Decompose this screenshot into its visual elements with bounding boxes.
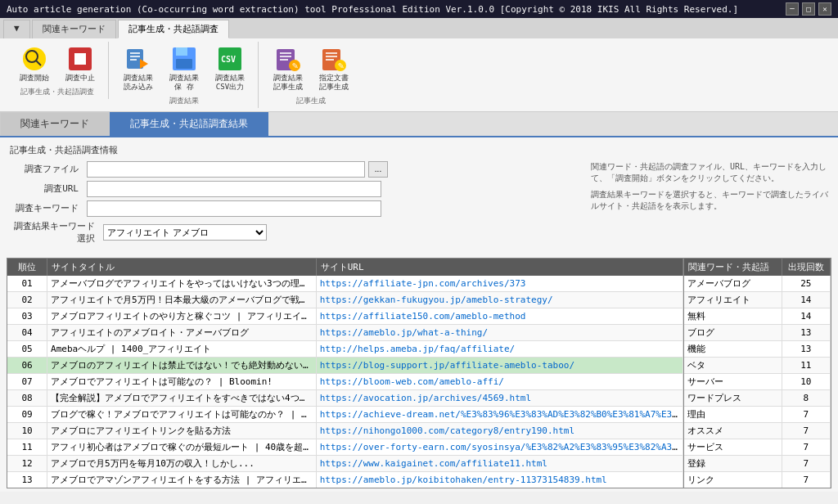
- side-table-row[interactable]: ワードプレス8: [684, 389, 831, 406]
- count-cell: 7: [782, 471, 831, 488]
- url-link[interactable]: https://ameblo.jp/what-a-thing/: [320, 327, 488, 338]
- side-table-row[interactable]: サービス7: [684, 439, 831, 455]
- col-count: 出現回数: [782, 259, 831, 276]
- url-cell[interactable]: https://www.kaigainet.com/affiliate11.ht…: [316, 455, 683, 471]
- survey-stop-button[interactable]: 調査中止: [59, 43, 101, 85]
- close-button[interactable]: ✕: [818, 2, 831, 16]
- url-cell[interactable]: https://ameblo.jp/koibitohaken/entry-113…: [316, 471, 683, 488]
- table-row[interactable]: 12アメブロで月5万円を毎月10万の収入！しかし...https://www.k…: [7, 455, 683, 471]
- ribbon-tabs: ▼ 関連キーワード 記事生成・共起語調査: [0, 18, 838, 38]
- url-cell[interactable]: https://avocation.jp/archives/4569.html: [316, 389, 683, 406]
- url-cell[interactable]: https://affiliate-jpn.com/archives/373: [316, 276, 683, 292]
- url-cell[interactable]: https://over-forty-earn.com/syosinsya/%E…: [316, 439, 683, 455]
- side-table-row[interactable]: 無料14: [684, 308, 831, 324]
- side-table-row[interactable]: リンク7: [684, 471, 831, 488]
- url-cell[interactable]: https://achieve-dream.net/%E3%83%96%E3%8…: [316, 406, 683, 422]
- url-link[interactable]: https://over-forty-earn.com/syosinsya/%E…: [320, 442, 683, 452]
- url-cell[interactable]: https://gekkan-fukugyou.jp/ameblo-strate…: [316, 291, 683, 308]
- svg-text:✎: ✎: [292, 60, 298, 71]
- side-table-row[interactable]: サーバー10: [684, 373, 831, 389]
- side-table-row[interactable]: アフィリエイト14: [684, 291, 831, 308]
- ribbon-tab-article[interactable]: 記事生成・共起語調査: [118, 20, 229, 38]
- side-table-row[interactable]: アメーバブログ25: [684, 276, 831, 292]
- keyword-select[interactable]: アフィリエイト アメブロ: [103, 224, 267, 241]
- table-row[interactable]: 08【完全解説】アメブロでアフィリエイトをすべきではない4つの理由 ...htt…: [7, 389, 683, 406]
- url-link[interactable]: https://bloom-web.com/ameblo-affi/: [320, 376, 504, 387]
- table-row[interactable]: 01アメーバブログでアフィリエイトをやってはいけない3つの理由 | アフィリエイ…: [7, 276, 683, 292]
- url-link[interactable]: https://gekkan-fukugyou.jp/ameblo-strate…: [320, 295, 553, 305]
- rank-cell: 09: [7, 406, 47, 422]
- url-cell[interactable]: https://ameblo.jp/what-a-thing/: [316, 324, 683, 340]
- url-link[interactable]: https://achieve-dream.net/%E3%83%96%E3%8…: [320, 409, 683, 420]
- table-row[interactable]: 09ブログで稼ぐ！アメブロでアフィリエイトは可能なのか？ | ブログで稼ぐ ..…: [7, 406, 683, 422]
- table-row[interactable]: 13アメブロでアマゾンアフィリエイトをする方法 | アフィリエイトは難しい！やめ…: [7, 471, 683, 488]
- url-cell[interactable]: https://bloom-web.com/ameblo-affi/: [316, 373, 683, 389]
- doc-gen-button[interactable]: ✎ 指定文書記事生成: [313, 43, 355, 94]
- tab-article-results[interactable]: 記事生成・共起語調査結果: [110, 112, 268, 136]
- survey-start-button[interactable]: 調査開始: [13, 43, 56, 85]
- col-title: サイトタイトル: [47, 259, 317, 276]
- col-url: サイトURL: [316, 259, 683, 276]
- ribbon-tab-dropdown[interactable]: ▼: [3, 20, 30, 38]
- table-row[interactable]: 06アメブロのアフィリエイトは禁止ではない！でも絶対動めない4つの理由https…: [7, 357, 683, 373]
- count-cell: 7: [782, 422, 831, 439]
- table-row[interactable]: 07アメブロでアフィリエイトは可能なの？ | Bloomin!https://b…: [7, 373, 683, 389]
- result-csv-icon: CSV: [217, 46, 243, 72]
- table-row[interactable]: 05Amebaヘルプ | 1400_アフィリエイトhttp://helps.am…: [7, 340, 683, 357]
- browse-button[interactable]: ...: [368, 161, 388, 178]
- survey-file-input[interactable]: [87, 161, 365, 178]
- url-link[interactable]: https://avocation.jp/archives/4569.html: [320, 393, 531, 403]
- result-csv-button[interactable]: CSV 調査結果CSV出力: [209, 43, 251, 94]
- rank-cell: 08: [7, 389, 47, 406]
- form-area: 記事生成・共起語調査情報 調査ファイル ... 調査URL 調査キーワード 調査…: [0, 137, 838, 254]
- rank-cell: 12: [7, 455, 47, 471]
- url-link[interactable]: http://helps.ameba.jp/faq/affiliate/: [320, 344, 515, 354]
- article-gen-button[interactable]: ✎ 調査結果記事生成: [267, 43, 309, 94]
- svg-rect-6: [130, 52, 140, 54]
- url-link[interactable]: https://nihongo1000.com/category8/entry1…: [320, 425, 574, 436]
- table-row[interactable]: 04アフィリエイトのアメブロイト・アメーバブログhttps://ameblo.j…: [7, 324, 683, 340]
- rank-cell: 02: [7, 291, 47, 308]
- url-link[interactable]: https://affiliate150.com/ameblo-method: [320, 311, 526, 322]
- title-cell: アメブロのアフィリエイトは禁止ではない！でも絶対動めない4つの理由: [47, 357, 317, 373]
- maximize-button[interactable]: □: [802, 2, 815, 16]
- table-row[interactable]: 02アフィリエイトで月5万円！日本最大級のアメーバブログで戦略的に稼ぐhttps…: [7, 291, 683, 308]
- article-buttons: ✎ 調査結果記事生成 ✎: [267, 43, 355, 94]
- url-link[interactable]: https://blog-support.jp/affiliate-ameblo…: [320, 360, 574, 371]
- results-buttons: 調査結果読み込み 調査結果保 存: [117, 43, 251, 94]
- hint-area: 関連ワード・共起語の調査ファイル、URL、キーワードを入力して、「調査開始」ボタ…: [583, 161, 828, 248]
- keyword-cell: 無料: [684, 308, 782, 324]
- table-row[interactable]: 03アメブロアフィリエイトのやり方と稼ぐコツ | アフィリエイトで稼ぐ方法を全部…: [7, 308, 683, 324]
- count-cell: 14: [782, 308, 831, 324]
- survey-keyword-label: 調査キーワード: [10, 202, 83, 214]
- tab-keywords[interactable]: 関連キーワード: [0, 112, 110, 136]
- side-table-row[interactable]: 登録7: [684, 455, 831, 471]
- result-read-button[interactable]: 調査結果読み込み: [117, 43, 160, 94]
- side-table-row[interactable]: 機能13: [684, 340, 831, 357]
- side-table-row[interactable]: ブログ13: [684, 324, 831, 340]
- rank-cell: 03: [7, 308, 47, 324]
- rank-cell: 06: [7, 357, 47, 373]
- side-table-row[interactable]: ベタ11: [684, 357, 831, 373]
- result-save-button[interactable]: 調査結果保 存: [163, 43, 205, 94]
- side-table-row[interactable]: 理由7: [684, 406, 831, 422]
- svg-rect-17: [280, 56, 291, 57]
- keyword-cell: アメーバブログ: [684, 276, 782, 292]
- side-table-row[interactable]: オススメ7: [684, 422, 831, 439]
- survey-url-input[interactable]: [87, 181, 381, 197]
- survey-keyword-input[interactable]: [87, 200, 381, 217]
- ribbon-tab-keywords[interactable]: 関連キーワード: [32, 20, 116, 38]
- minimize-button[interactable]: ─: [786, 2, 799, 16]
- main-tabs: 関連キーワード 記事生成・共起語調査結果: [0, 112, 838, 137]
- url-link[interactable]: https://affiliate-jpn.com/archives/373: [320, 278, 526, 289]
- url-cell[interactable]: https://affiliate150.com/ameblo-method: [316, 308, 683, 324]
- rank-cell: 01: [7, 276, 47, 292]
- count-cell: 7: [782, 439, 831, 455]
- table-row[interactable]: 11アフィリ初心者はアメブロで稼ぐのが最短ルート | 40歳を超えても副業で .…: [7, 439, 683, 455]
- table-row[interactable]: 10アメブロにアフィリエイトリンクを貼る方法https://nihongo100…: [7, 422, 683, 439]
- url-cell[interactable]: https://nihongo1000.com/category8/entry1…: [316, 422, 683, 439]
- url-cell[interactable]: http://helps.ameba.jp/faq/affiliate/: [316, 340, 683, 357]
- url-link[interactable]: https://ameblo.jp/koibitohaken/entry-113…: [320, 475, 607, 485]
- url-link[interactable]: https://www.kaigainet.com/affiliate11.ht…: [320, 458, 547, 469]
- url-cell[interactable]: https://blog-support.jp/affiliate-ameblo…: [316, 357, 683, 373]
